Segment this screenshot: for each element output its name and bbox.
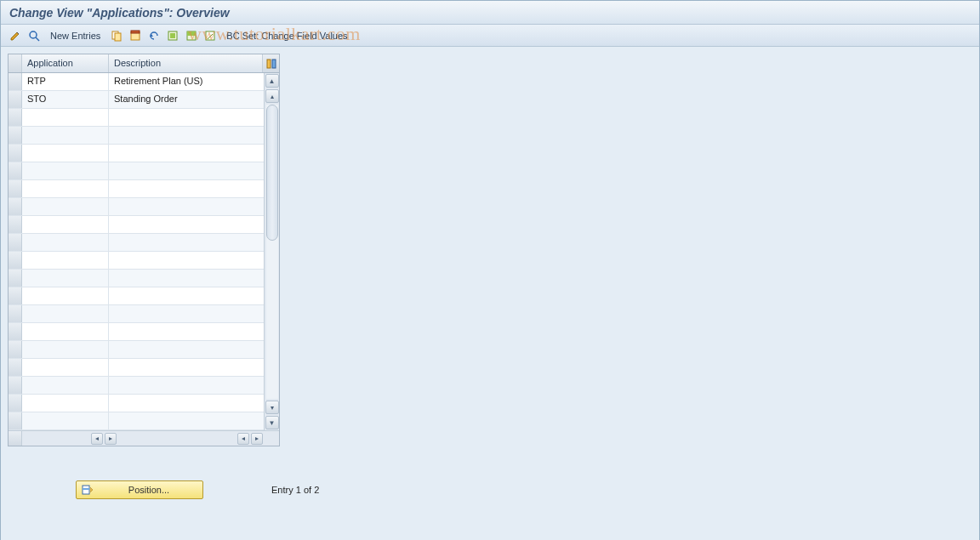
- cell-application[interactable]: [22, 127, 109, 144]
- cell-application[interactable]: STO: [22, 91, 109, 108]
- bc-set-button[interactable]: BC Set: Change Field Values: [221, 29, 352, 43]
- table-row[interactable]: STO Standing Order: [9, 91, 264, 109]
- table-row-empty[interactable]: [9, 287, 264, 305]
- deselect-all-icon[interactable]: [202, 28, 218, 43]
- cell-description[interactable]: [109, 395, 264, 412]
- row-selector[interactable]: [9, 234, 22, 251]
- row-selector[interactable]: [9, 91, 22, 108]
- cell-application[interactable]: [22, 162, 109, 179]
- cell-description[interactable]: [109, 180, 264, 197]
- hscroll-right2-icon[interactable]: ▸: [251, 433, 263, 445]
- cell-application[interactable]: [22, 270, 109, 287]
- cell-description[interactable]: [109, 145, 264, 162]
- col-header-application[interactable]: Application: [22, 54, 109, 72]
- row-selector[interactable]: [9, 127, 22, 144]
- scroll-up-step-icon[interactable]: ▴: [265, 89, 279, 103]
- cell-application[interactable]: [22, 234, 109, 251]
- cell-application[interactable]: [22, 180, 109, 197]
- row-selector[interactable]: [9, 395, 22, 412]
- row-selector[interactable]: [9, 145, 22, 162]
- hscroll-left2-icon[interactable]: ◂: [237, 433, 249, 445]
- table-row-empty[interactable]: [9, 323, 264, 341]
- scroll-down-step-icon[interactable]: ▾: [265, 401, 279, 414]
- row-selector[interactable]: [9, 109, 22, 126]
- cell-description[interactable]: [109, 270, 264, 287]
- delete-icon[interactable]: [128, 28, 143, 43]
- select-all-header[interactable]: [9, 54, 22, 72]
- row-selector[interactable]: [9, 216, 22, 233]
- table-row-empty[interactable]: [9, 341, 264, 359]
- row-selector[interactable]: [9, 305, 22, 322]
- row-selector[interactable]: [9, 180, 22, 197]
- toggle-change-icon[interactable]: [8, 28, 23, 43]
- table-row[interactable]: RTP Retirement Plan (US): [9, 73, 264, 91]
- row-selector[interactable]: [9, 198, 22, 215]
- new-entries-button[interactable]: New Entries: [45, 29, 105, 43]
- cell-application[interactable]: [22, 412, 109, 429]
- table-row-empty[interactable]: [9, 162, 264, 180]
- cell-description[interactable]: [109, 359, 264, 376]
- cell-application[interactable]: [22, 252, 109, 269]
- scroll-thumb[interactable]: [266, 105, 278, 241]
- configure-columns-icon[interactable]: [262, 54, 279, 72]
- cell-application[interactable]: [22, 377, 109, 394]
- row-selector[interactable]: [9, 377, 22, 394]
- select-all-icon[interactable]: [165, 28, 180, 43]
- table-row-empty[interactable]: [9, 198, 264, 216]
- cell-description[interactable]: [109, 198, 264, 215]
- row-selector[interactable]: [9, 412, 22, 429]
- undo-icon[interactable]: [146, 28, 162, 43]
- scroll-track[interactable]: [266, 105, 278, 399]
- table-row-empty[interactable]: [9, 109, 264, 127]
- cell-description[interactable]: [109, 234, 264, 251]
- cell-application[interactable]: [22, 145, 109, 162]
- cell-application[interactable]: [22, 216, 109, 233]
- table-row-empty[interactable]: [9, 377, 264, 395]
- col-header-description[interactable]: Description: [109, 54, 262, 72]
- row-selector[interactable]: [9, 359, 22, 376]
- row-selector[interactable]: [9, 341, 22, 358]
- cell-description[interactable]: [109, 305, 264, 322]
- table-row-empty[interactable]: [9, 252, 264, 270]
- cell-description[interactable]: [109, 127, 264, 144]
- table-row-empty[interactable]: [9, 127, 264, 145]
- cell-application[interactable]: [22, 287, 109, 304]
- row-selector[interactable]: [9, 287, 22, 304]
- cell-description[interactable]: Retirement Plan (US): [109, 73, 264, 90]
- hscroll-left-icon[interactable]: ◂: [91, 433, 103, 445]
- cell-description[interactable]: [109, 377, 264, 394]
- select-block-icon[interactable]: [184, 28, 199, 43]
- table-row-empty[interactable]: [9, 412, 264, 430]
- vertical-scrollbar[interactable]: ▲ ▴ ▾ ▼: [264, 73, 279, 430]
- table-row-empty[interactable]: [9, 145, 264, 162]
- cell-application[interactable]: [22, 305, 109, 322]
- table-row-empty[interactable]: [9, 216, 264, 234]
- table-row-empty[interactable]: [9, 359, 264, 377]
- table-row-empty[interactable]: [9, 305, 264, 323]
- cell-description[interactable]: [109, 341, 264, 358]
- cell-application[interactable]: RTP: [22, 73, 109, 90]
- table-row-empty[interactable]: [9, 270, 264, 287]
- scroll-up-icon[interactable]: ▲: [265, 74, 279, 88]
- row-selector[interactable]: [9, 323, 22, 340]
- cell-description[interactable]: [109, 323, 264, 340]
- horizontal-scrollbar[interactable]: ◂ ▸ ◂ ▸: [9, 430, 279, 446]
- row-selector[interactable]: [9, 73, 22, 90]
- cell-application[interactable]: [22, 395, 109, 412]
- cell-application[interactable]: [22, 341, 109, 358]
- details-icon[interactable]: [26, 28, 42, 43]
- hscroll-right-icon[interactable]: ▸: [105, 433, 117, 445]
- copy-icon[interactable]: [109, 28, 124, 43]
- cell-description[interactable]: [109, 412, 264, 429]
- table-row-empty[interactable]: [9, 180, 264, 198]
- cell-application[interactable]: [22, 323, 109, 340]
- scroll-down-icon[interactable]: ▼: [265, 416, 279, 429]
- cell-description[interactable]: [109, 252, 264, 269]
- cell-description[interactable]: [109, 216, 264, 233]
- row-selector[interactable]: [9, 252, 22, 269]
- cell-description[interactable]: [109, 162, 264, 179]
- table-row-empty[interactable]: [9, 234, 264, 252]
- row-selector[interactable]: [9, 162, 22, 179]
- cell-description[interactable]: [109, 287, 264, 304]
- cell-application[interactable]: [22, 359, 109, 376]
